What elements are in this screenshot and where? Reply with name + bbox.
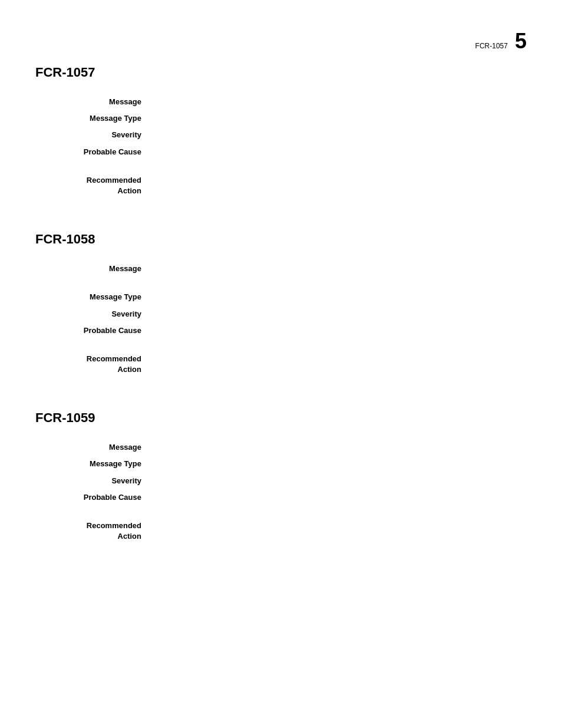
- value-message-type-1057: [153, 113, 527, 124]
- label-message-type-1058: Message Type: [35, 292, 153, 302]
- field-row-severity-1058: Severity: [35, 309, 527, 319]
- label-message-1058: Message: [35, 263, 153, 274]
- entry-title-fcr-1059: FCR-1059: [35, 410, 527, 426]
- value-probable-cause-1059: [153, 492, 527, 503]
- field-row-probable-cause-1057: Probable Cause: [35, 147, 527, 157]
- label-recommended-action-1059: RecommendedAction: [35, 521, 153, 542]
- value-severity-1058: [153, 309, 527, 319]
- field-row-message-type-1058: Message Type: [35, 292, 527, 302]
- label-message-1057: Message: [35, 97, 153, 107]
- value-message-type-1059: [153, 459, 527, 469]
- label-probable-cause-1058: Probable Cause: [35, 325, 153, 336]
- field-row-probable-cause-1059: Probable Cause: [35, 492, 527, 503]
- field-row-message-1059: Message: [35, 442, 527, 453]
- label-severity-1058: Severity: [35, 309, 153, 319]
- entry-fcr-1059: FCR-1059 Message Message Type Severity P…: [35, 410, 527, 542]
- value-severity-1057: [153, 130, 527, 140]
- label-probable-cause-1057: Probable Cause: [35, 147, 153, 157]
- value-severity-1059: [153, 476, 527, 486]
- field-row-message-type-1059: Message Type: [35, 459, 527, 469]
- label-severity-1059: Severity: [35, 476, 153, 486]
- label-message-type-1057: Message Type: [35, 113, 153, 124]
- value-message-1057: [153, 97, 527, 107]
- value-message-type-1058: [153, 292, 527, 302]
- value-recommended-action-1058: [153, 354, 527, 375]
- field-row-probable-cause-1058: Probable Cause: [35, 325, 527, 336]
- field-row-recommended-action-1058: RecommendedAction: [35, 354, 527, 375]
- header-page-number: 5: [515, 31, 527, 52]
- value-recommended-action-1057: [153, 175, 527, 196]
- entry-title-fcr-1058: FCR-1058: [35, 232, 527, 247]
- value-probable-cause-1058: [153, 325, 527, 336]
- field-row-severity-1059: Severity: [35, 476, 527, 486]
- entry-fcr-1058: FCR-1058 Message Message Type Severity P…: [35, 232, 527, 375]
- label-severity-1057: Severity: [35, 130, 153, 140]
- field-row-severity-1057: Severity: [35, 130, 527, 140]
- label-message-type-1059: Message Type: [35, 459, 153, 469]
- label-message-1059: Message: [35, 442, 153, 453]
- entry-title-fcr-1057: FCR-1057: [35, 65, 527, 80]
- field-row-message-1057: Message: [35, 97, 527, 107]
- content-area: FCR-1057 Message Message Type Severity P…: [0, 0, 562, 542]
- value-recommended-action-1059: [153, 521, 527, 542]
- field-row-recommended-action-1057: RecommendedAction: [35, 175, 527, 196]
- value-message-1058: [153, 263, 527, 274]
- field-row-message-1058: Message: [35, 263, 527, 274]
- value-probable-cause-1057: [153, 147, 527, 157]
- header-code: FCR-1057: [475, 42, 508, 50]
- label-recommended-action-1057: RecommendedAction: [35, 175, 153, 196]
- page-header: FCR-1057 5: [475, 31, 527, 52]
- field-row-message-type-1057: Message Type: [35, 113, 527, 124]
- label-probable-cause-1059: Probable Cause: [35, 492, 153, 503]
- entry-fcr-1057: FCR-1057 Message Message Type Severity P…: [35, 65, 527, 196]
- value-message-1059: [153, 442, 527, 453]
- label-recommended-action-1058: RecommendedAction: [35, 354, 153, 375]
- field-row-recommended-action-1059: RecommendedAction: [35, 521, 527, 542]
